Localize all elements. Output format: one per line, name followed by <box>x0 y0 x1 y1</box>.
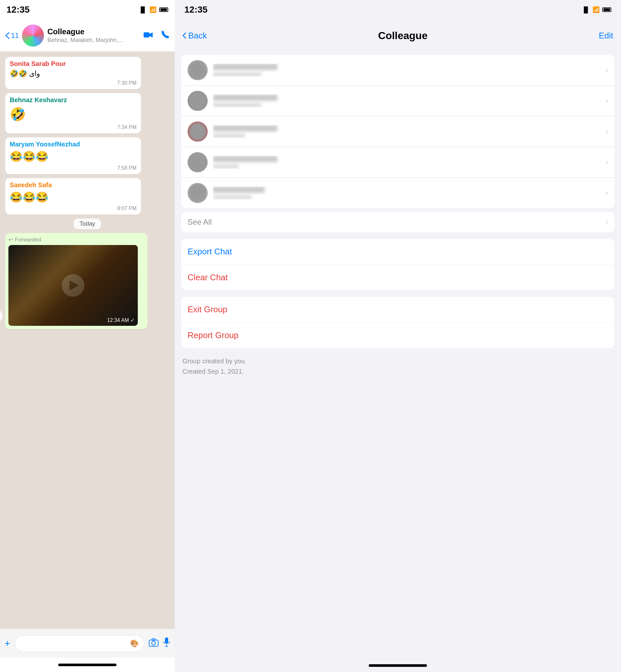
left-status-icons: ▐▌ 📶 <box>138 6 168 13</box>
header-actions <box>143 30 169 41</box>
left-panel: 12:35 ▐▌ 📶 11 Colleague Behnaz, Malakeh,… <box>0 0 175 672</box>
chevron-right-icon: › <box>606 218 608 226</box>
right-wifi-icon: 📶 <box>592 6 599 13</box>
chat-header: 11 Colleague Behnaz, Malakeh, Marjohn,..… <box>0 19 175 52</box>
clear-chat-button[interactable]: Clear Chat <box>181 265 615 290</box>
message-sender: Sonita Sarab Pour <box>10 60 136 68</box>
chat-messages: Sonita Sarab Pour 🤣🤣 وای 7:30 PM Behnaz … <box>0 52 175 629</box>
edit-button[interactable]: Edit <box>599 31 613 41</box>
message-input[interactable]: 🎨 <box>15 635 144 652</box>
chevron-right-icon: › <box>606 127 608 136</box>
forwarded-bubble: ↩ Forwarded 12:34 AM ✓ <box>5 233 148 329</box>
input-bar: + 🎨 <box>0 629 175 658</box>
message-text: 🤣🤣 وای <box>10 69 136 79</box>
member-row[interactable]: › <box>181 147 615 178</box>
message-text: 😂😂😂 <box>10 149 136 164</box>
sticker-button[interactable]: 🎨 <box>130 639 139 648</box>
message-time: 7:34 PM <box>10 125 136 130</box>
right-home-indicator <box>175 381 621 672</box>
svg-rect-0 <box>143 32 150 38</box>
member-row[interactable]: › <box>181 178 615 208</box>
clear-chat-label: Clear Chat <box>188 272 228 282</box>
member-sub <box>213 195 252 199</box>
chevron-right-icon: › <box>606 158 608 167</box>
chevron-right-icon: › <box>606 97 608 105</box>
svg-rect-4 <box>165 637 168 643</box>
message-sender: Behnaz Keshavarz <box>10 96 136 104</box>
see-all-label: See All <box>188 218 606 227</box>
exit-group-label: Exit Group <box>188 305 227 314</box>
footer-line2: Created Sep 1, 2021. <box>182 366 613 376</box>
member-name <box>213 125 278 132</box>
danger-actions-section: Exit Group Report Group <box>181 297 615 348</box>
svg-point-2 <box>152 641 156 645</box>
date-label: Today <box>74 219 101 229</box>
group-name: Colleague <box>47 27 140 36</box>
wifi-icon: 📶 <box>150 6 157 13</box>
group-footer: Group created by you. Created Sep 1, 202… <box>175 351 621 381</box>
message-time: 7:58 PM <box>10 165 136 171</box>
svg-rect-3 <box>152 639 155 640</box>
member-info <box>213 64 601 77</box>
member-sub <box>213 103 261 107</box>
member-name <box>213 64 278 70</box>
message-sender: Saeedeh Safa <box>10 181 136 189</box>
phone-call-button[interactable] <box>161 30 169 41</box>
member-row[interactable]: › <box>181 116 615 147</box>
member-sub <box>213 164 239 169</box>
home-bar <box>58 664 116 666</box>
chat-actions-section: Export Chat Clear Chat <box>181 239 615 290</box>
member-sub <box>213 134 245 138</box>
member-row[interactable]: › <box>181 86 615 116</box>
message-sender: Maryam YoosefNezhad <box>10 141 136 148</box>
member-row[interactable]: › <box>181 55 615 86</box>
right-signal-icon: ▐▌ <box>582 6 590 13</box>
members-section: › › › <box>181 55 615 208</box>
member-name <box>213 186 264 193</box>
footer-line1: Group created by you. <box>182 356 613 366</box>
member-avatar <box>188 60 208 80</box>
right-battery-icon <box>602 7 611 12</box>
left-home-indicator <box>0 658 175 672</box>
video-call-button[interactable] <box>143 30 153 41</box>
exit-group-button[interactable]: Exit Group <box>181 297 615 323</box>
message-text: 😂😂😂 <box>10 190 136 205</box>
add-button[interactable]: + <box>4 638 10 649</box>
battery-icon <box>159 7 168 12</box>
video-timestamp: 12:34 AM ✓ <box>107 317 134 323</box>
message-time: 8:07 PM <box>10 206 136 211</box>
see-all-row[interactable]: See All › <box>181 211 615 232</box>
left-time: 12:35 <box>6 4 30 15</box>
right-title: Colleague <box>378 30 427 42</box>
forwarded-message-container: ↩ ↩ Forwarded 12:34 AM ✓ <box>5 233 169 329</box>
member-avatar <box>188 152 208 172</box>
right-nav-header: Back Colleague Edit <box>175 19 621 52</box>
member-info <box>213 94 601 107</box>
member-info <box>213 125 601 138</box>
member-avatar <box>188 91 208 111</box>
right-status-bar: 12:35 ▐▌ 📶 <box>175 0 621 19</box>
message-time: 7:30 PM <box>10 80 136 86</box>
back-button[interactable]: 11 <box>5 31 19 40</box>
member-info <box>213 156 601 169</box>
report-group-button[interactable]: Report Group <box>181 323 615 348</box>
message-bubble: Maryam YoosefNezhad 😂😂😂 7:58 PM <box>5 137 141 174</box>
message-bubble: Sonita Sarab Pour 🤣🤣 وای 7:30 PM <box>5 57 141 89</box>
group-avatar <box>22 25 44 47</box>
header-info: Colleague Behnaz, Malakeh, Marjohn,... <box>47 27 140 44</box>
chevron-right-icon: › <box>606 66 608 74</box>
signal-icon: ▐▌ <box>138 6 147 13</box>
message-bubble: Behnaz Keshavarz 🤣 7:34 PM <box>5 93 141 134</box>
member-avatar <box>188 122 208 142</box>
right-back-button[interactable]: Back <box>182 31 207 41</box>
back-count: 11 <box>11 31 19 40</box>
member-name <box>213 94 278 101</box>
date-divider: Today <box>5 219 169 229</box>
mic-button[interactable] <box>163 637 170 649</box>
member-avatar <box>188 183 208 203</box>
camera-button[interactable] <box>149 638 159 649</box>
member-name <box>213 156 278 162</box>
export-chat-button[interactable]: Export Chat <box>181 239 615 265</box>
video-thumbnail[interactable]: 12:34 AM ✓ <box>8 245 138 326</box>
member-sub <box>213 72 261 77</box>
